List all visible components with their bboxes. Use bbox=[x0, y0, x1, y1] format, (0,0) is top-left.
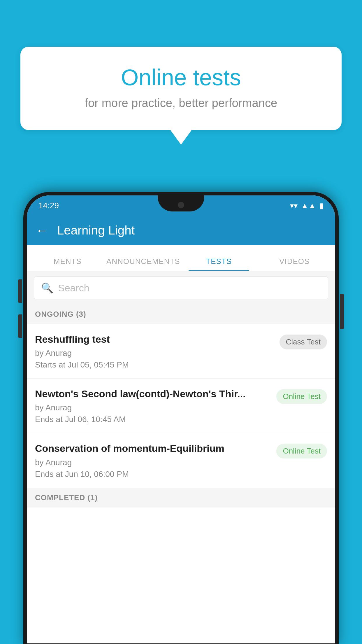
test-list: Reshuffling test by Anurag Starts at Jul… bbox=[27, 324, 335, 488]
test-name: Conservation of momentum-Equilibrium bbox=[35, 442, 270, 455]
promo-bubble: Online tests for more practice, better p… bbox=[20, 47, 342, 130]
app-header: ← Learning Light bbox=[27, 216, 335, 245]
phone-frame: 14:29 ▾▾ ▲▲ ▮ ← Learning Light MENTS ANN… bbox=[23, 192, 339, 644]
test-info: Newton's Second law(contd)-Newton's Thir… bbox=[35, 387, 276, 424]
test-item[interactable]: Reshuffling test by Anurag Starts at Jul… bbox=[27, 324, 335, 379]
test-author: by Anurag bbox=[35, 458, 270, 467]
test-date: Ends at Jul 06, 10:45 AM bbox=[35, 415, 270, 424]
tabs-bar: MENTS ANNOUNCEMENTS TESTS VIDEOS bbox=[27, 245, 335, 271]
test-date: Ends at Jun 10, 06:00 PM bbox=[35, 470, 270, 479]
completed-label: COMPLETED (1) bbox=[35, 493, 98, 502]
ongoing-section-header: ONGOING (3) bbox=[27, 304, 335, 324]
test-date: Starts at Jul 05, 05:45 PM bbox=[35, 360, 274, 370]
volume-button-down bbox=[18, 314, 22, 338]
search-icon: 🔍 bbox=[41, 282, 53, 294]
bubble-title: Online tests bbox=[44, 64, 318, 91]
test-author: by Anurag bbox=[35, 349, 274, 358]
ongoing-label: ONGOING (3) bbox=[35, 310, 86, 318]
tab-videos[interactable]: VIDEOS bbox=[257, 257, 333, 271]
test-name: Newton's Second law(contd)-Newton's Thir… bbox=[35, 387, 270, 400]
search-placeholder-text: Search bbox=[58, 282, 89, 294]
clock: 14:29 bbox=[38, 201, 59, 210]
test-badge-online-2: Online Test bbox=[276, 444, 327, 459]
back-button[interactable]: ← bbox=[36, 223, 48, 238]
search-container: 🔍 Search bbox=[27, 271, 335, 304]
test-name: Reshuffling test bbox=[35, 333, 274, 346]
status-icons: ▾▾ ▲▲ ▮ bbox=[290, 201, 324, 210]
test-info: Reshuffling test by Anurag Starts at Jul… bbox=[35, 333, 280, 370]
test-item[interactable]: Newton's Second law(contd)-Newton's Thir… bbox=[27, 379, 335, 433]
phone-screen: 14:29 ▾▾ ▲▲ ▮ ← Learning Light MENTS ANN… bbox=[27, 195, 335, 643]
tab-tests[interactable]: TESTS bbox=[181, 257, 257, 271]
status-bar: 14:29 ▾▾ ▲▲ ▮ bbox=[27, 195, 335, 216]
volume-button-up bbox=[18, 279, 22, 303]
tab-ments[interactable]: MENTS bbox=[30, 257, 106, 271]
tab-announcements[interactable]: ANNOUNCEMENTS bbox=[106, 257, 181, 271]
test-info: Conservation of momentum-Equilibrium by … bbox=[35, 442, 276, 479]
camera bbox=[178, 202, 184, 208]
battery-icon: ▮ bbox=[319, 201, 324, 210]
bubble-subtitle: for more practice, better performance bbox=[44, 97, 318, 110]
test-badge-class: Class Test bbox=[280, 335, 327, 349]
notch bbox=[158, 195, 204, 211]
test-author: by Anurag bbox=[35, 403, 270, 412]
signal-icon: ▲▲ bbox=[301, 201, 316, 210]
completed-section-header: COMPLETED (1) bbox=[27, 488, 335, 508]
test-badge-online: Online Test bbox=[276, 389, 327, 404]
search-bar[interactable]: 🔍 Search bbox=[34, 276, 328, 299]
wifi-icon: ▾▾ bbox=[290, 201, 298, 210]
power-button bbox=[340, 294, 344, 329]
test-item[interactable]: Conservation of momentum-Equilibrium by … bbox=[27, 433, 335, 488]
app-title: Learning Light bbox=[57, 223, 135, 237]
